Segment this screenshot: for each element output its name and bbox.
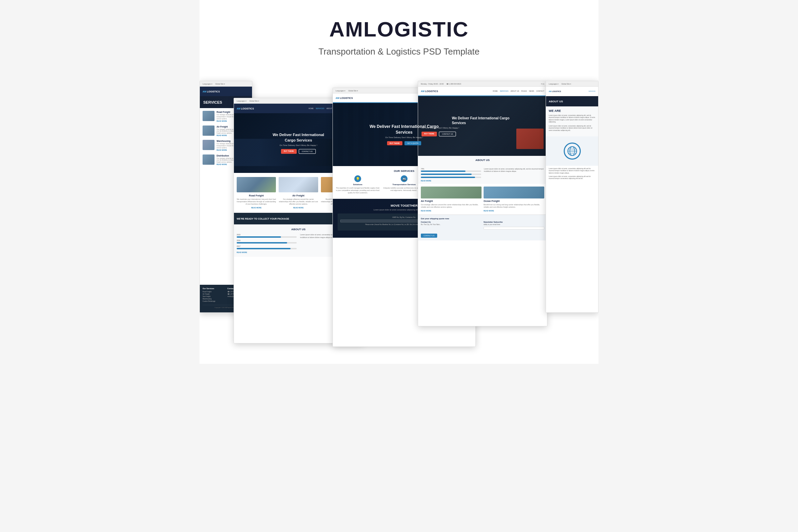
globe-icon (564, 143, 581, 160)
ocean-freight-card-title: Ocean Freight (484, 200, 544, 202)
distribution-img (203, 154, 215, 165)
prog-2 (421, 174, 481, 175)
air-freight-card-img (421, 187, 482, 198)
service-icon-solutions: 💡 Solutions The expertise of a well mana… (336, 175, 380, 195)
solutions-icon: 💡 (354, 175, 361, 182)
contact-us-col: Contact Us No: The City, Tel: Your Nam..… (421, 221, 482, 230)
hero-subtitle-3: On Time Delivery Don't Worry Be Happy ! (385, 136, 423, 138)
air-text: Our strategic alliances around the carri… (279, 198, 318, 205)
transport-icon: 🚢 (401, 175, 408, 182)
about-detail-text: Lorem ipsum dolor sit amet, consectetur … (549, 168, 595, 174)
about-banner-title: ABOUT US (549, 100, 563, 103)
solutions-text: The expertise of a well managed and flex… (336, 187, 380, 194)
contact-btn-area: CONTACT US (421, 232, 544, 238)
collect-package-text: WE'RE READY TO COLLECT YOUR PACKAGE (237, 218, 289, 220)
top-bar-4: Monday - Friday 09:00 - 18:00 ☎ 1-388-53… (418, 81, 547, 87)
nav-bar-1: AM LOGISTICS (200, 87, 252, 96)
buy-theme-btn-4[interactable]: BUY THEME (422, 132, 437, 136)
prog-1: 74% (421, 168, 481, 172)
shipping-quote-section: Get your shipping quote now Contact Us N… (418, 215, 547, 240)
road-text: We maximize your international, long and… (237, 198, 276, 205)
road-freight-img (203, 111, 215, 121)
top-bar-1: Languages ▾ Global Site ▾ (200, 81, 252, 87)
service-card-road: Road Freight We maximize your internatio… (237, 177, 276, 209)
air-freight-card-text: Our strategic alliances around the carri… (421, 204, 482, 208)
progress-item-2015: 2015 (237, 234, 297, 238)
progress-item-2016: 2016 (237, 239, 297, 243)
newsletter-label: Newsletter Subscribe (484, 221, 544, 223)
newsletter-input[interactable] (484, 227, 544, 230)
contact-us-btn[interactable]: CONTACT US (421, 234, 437, 238)
solutions-title: Solutions (336, 183, 380, 186)
about-us-header: ABOUT US (418, 156, 547, 166)
about-us-title-4: ABOUT US (421, 159, 544, 162)
card-air-freight: Air Freight Our strategic alliances arou… (421, 187, 482, 212)
contact-details: No: The City, Tel: Your Nam... (421, 224, 482, 225)
prog-3 (421, 177, 481, 178)
cards-row-4: Air Freight Our strategic alliances arou… (418, 184, 547, 215)
services-title-1: SERVICES (203, 100, 222, 104)
air-freight-card-title: Air Freight (421, 200, 482, 202)
progress-item-2017: 2017 (237, 245, 297, 249)
nav-bar-5: AM LOGISTICS SERVICES (546, 87, 598, 96)
about-detail: Lorem ipsum dolor sit amet, consectetur … (546, 166, 598, 182)
we-are-text-2: Lorem ipsum dolor sit amet, consectetur … (549, 125, 595, 132)
ocean-freight-card-img (484, 187, 544, 198)
sub-title: Transportation & Logistics PSD Template (206, 46, 592, 57)
nav-bar-4: AM LOGISTICS HOME SERVICES ABOUT US PAGE… (418, 87, 547, 96)
logo-2: AM LOGISTICS (237, 107, 254, 110)
air-read-more[interactable]: READ MORE (279, 207, 318, 209)
about-content: 74% READ MORE Lore (418, 166, 547, 184)
main-title: AMLOGISTIC (206, 17, 592, 41)
about-read-more[interactable]: READ MORE (237, 251, 297, 253)
screenshots-container: Languages ▾ Global Site ▾ AM LOGISTICS S… (200, 71, 598, 364)
top-bar-5: Languages ▾ Global Site ▾ (546, 81, 598, 87)
about-detail-text-2: Lorem ipsum dolor sit amet, consectetur … (549, 176, 595, 180)
air-read-more-4[interactable]: READ MORE (421, 210, 482, 212)
hero-title-2: We Deliver Fast International Cargo Serv… (264, 132, 332, 143)
about-banner: ABOUT US (546, 96, 598, 106)
about-text-4: Lorem ipsum dolor sit amet, consectetur … (484, 168, 544, 182)
screen-right: Monday - Friday 09:00 - 18:00 ☎ 1-388-53… (418, 81, 547, 326)
footer-services-title: Our Services (203, 287, 225, 290)
ocean-freight-card-text: Benefit from our strong and long carrier… (484, 204, 544, 208)
hero-subtitle-2: On Time Delivery Don't Worry Be Happy ! (280, 144, 317, 146)
buy-theme-btn-3[interactable]: BUY THEME (387, 141, 402, 145)
hero-subtitle-4: On Time Delivery Don't Worry Be Happy ! (418, 127, 459, 129)
newsletter-col: Newsletter Subscribe ability to your ema… (484, 221, 544, 230)
service-card-air: Air Freight Our strategic alliances arou… (279, 177, 318, 209)
globe-section (546, 136, 598, 166)
air-img (279, 177, 318, 192)
road-read-more[interactable]: READ MORE (237, 207, 276, 209)
logo-5: AM LOGISTICS (549, 90, 561, 92)
we-are-text: Lorem ipsum dolor sit amet, consectetur … (549, 115, 595, 123)
contact-btn-2[interactable]: CONTACT US (299, 149, 316, 154)
road-img (237, 177, 276, 192)
contact-btn-4[interactable]: CONTACT US (439, 132, 456, 136)
logo-4: AM LOGISTICS (421, 90, 438, 92)
newsletter-text: ability to your email here (484, 224, 544, 225)
ocean-read-more-4[interactable]: READ MORE (484, 210, 544, 212)
buy-theme-btn-2[interactable]: BUY THEME (281, 149, 296, 154)
road-title: Road Freight (237, 194, 276, 197)
we-are-section: WE ARE Lorem ipsum dolor sit amet, conse… (546, 106, 598, 136)
screen-far-right: Languages ▾ Global Site ▾ AM LOGISTICS S… (546, 81, 598, 313)
air-freight-img (203, 125, 215, 136)
contact-us-label: Contact Us (421, 221, 482, 223)
warehousing-img (203, 140, 215, 150)
card-ocean-freight: Ocean Freight Benefit from our strong an… (484, 187, 544, 212)
shipping-quote-title: Get your shipping quote now (421, 218, 544, 220)
logo-1: AM LOGISTICS (203, 90, 220, 93)
we-are-title: WE ARE (549, 109, 595, 113)
air-title: Air Freight (279, 194, 318, 197)
read-more-about-4[interactable]: READ MORE (421, 180, 481, 182)
hero-title-4: We Deliver Fast International Cargo Serv… (448, 116, 517, 125)
quote-btn-3[interactable]: GET A QUOTE (404, 141, 422, 145)
logo-3: AM LOGISTICS (336, 97, 353, 99)
header-section: AMLOGISTIC Transportation & Logistics PS… (200, 0, 598, 71)
